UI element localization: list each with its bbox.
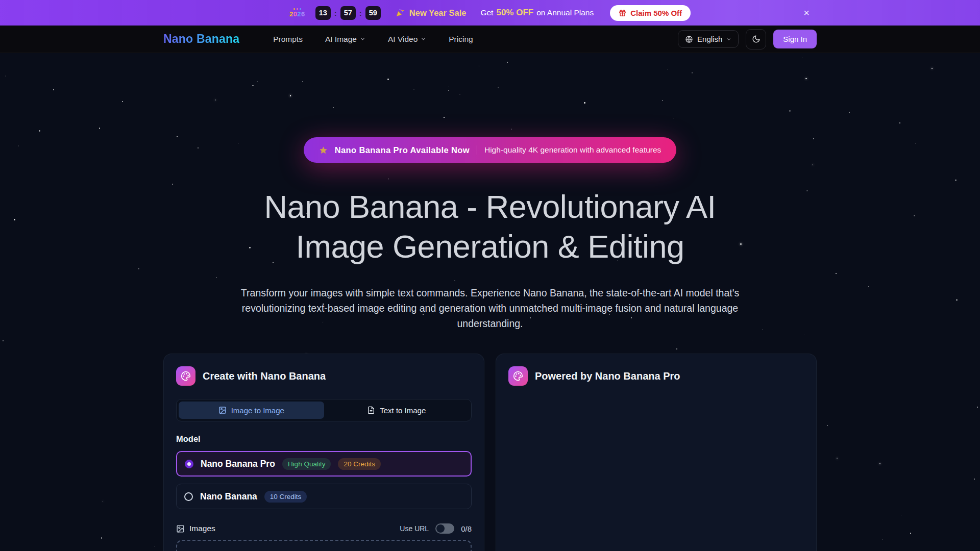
offer-highlight: 50% OFF [496, 8, 533, 18]
offer-suffix: on Annual Plans [536, 8, 594, 17]
credits-badge: 20 Credits [338, 458, 381, 470]
top-navbar: Nano Banana Prompts AI Image AI Video Pr… [0, 26, 980, 53]
claim-offer-button[interactable]: Claim 50% Off [610, 5, 691, 21]
divider [477, 145, 477, 155]
image-icon [218, 406, 227, 414]
preview-panel: Powered by Nano Banana Pro [496, 354, 817, 551]
nav-item-label: AI Image [325, 35, 357, 44]
language-selector[interactable]: English [678, 30, 739, 48]
offer-text: Get 50% OFF on Annual Plans [480, 8, 594, 18]
hero-section: Nano Banana Pro Available Now High-quali… [0, 53, 980, 331]
nav-item-ai-image[interactable]: AI Image [325, 35, 365, 44]
create-panel: Create with Nano Banana Image to Image T… [163, 354, 484, 551]
nav-item-prompts[interactable]: Prompts [273, 35, 303, 44]
tab-text-to-image[interactable]: Text to Image [324, 402, 470, 419]
use-url-toggle[interactable] [435, 523, 454, 534]
tab-label: Image to Image [231, 406, 284, 415]
hero-description: Transform your images with simple text c… [230, 285, 750, 331]
confetti-dots [293, 8, 301, 10]
chevron-down-icon [421, 36, 426, 42]
countdown-separator: : [334, 9, 337, 17]
language-label: English [697, 35, 722, 43]
countdown-timer: 13 : 57 : 59 [315, 6, 381, 20]
radio-unselected-icon [184, 492, 193, 501]
use-url-label: Use URL [400, 524, 429, 533]
sign-in-button[interactable]: Sign In [773, 30, 817, 48]
globe-icon [685, 35, 693, 43]
nav-item-label: Pricing [449, 35, 473, 44]
nav-item-label: AI Video [388, 35, 418, 44]
quality-badge: High Quality [282, 458, 331, 470]
create-panel-title: Create with Nano Banana [203, 370, 326, 382]
theme-toggle-button[interactable] [746, 29, 766, 49]
main-content: Nano Banana Pro Available Now High-quali… [0, 53, 980, 551]
mode-tabs: Image to Image Text to Image [176, 399, 472, 421]
image-upload-dropzone[interactable] [176, 540, 472, 551]
nav-item-ai-video[interactable]: AI Video [388, 35, 426, 44]
tab-label: Text to Image [380, 406, 426, 415]
model-option-nano-banana-pro[interactable]: Nano Banana Pro High Quality 20 Credits [176, 451, 472, 477]
model-option-nano-banana[interactable]: Nano Banana 10 Credits [176, 484, 472, 509]
tab-image-to-image[interactable]: Image to Image [179, 402, 324, 419]
countdown-seconds: 59 [365, 6, 381, 20]
pro-announcement-banner[interactable]: Nano Banana Pro Available Now High-quali… [304, 137, 677, 163]
page-title-line1: Nano Banana - Revolutionary AI [264, 189, 716, 224]
credits-badge: 10 Credits [264, 491, 307, 503]
toggle-knob [436, 524, 445, 533]
page-title: Nano Banana - Revolutionary AI Image Gen… [264, 187, 716, 266]
nav-links: Prompts AI Image AI Video Pricing [273, 35, 473, 44]
year-2026-badge: 2026 [289, 8, 305, 17]
gift-icon [619, 9, 626, 17]
model-section-label: Model [176, 434, 472, 444]
model-name: Nano Banana Pro [201, 459, 275, 469]
image-icon [176, 524, 185, 533]
image-upload-counter: 0/8 [461, 524, 472, 533]
palette-icon [508, 366, 528, 386]
announcement-subtitle: High-quality 4K generation with advanced… [484, 145, 661, 155]
radio-selected-icon [185, 460, 193, 468]
claim-offer-label: Claim 50% Off [630, 9, 682, 17]
document-icon [367, 406, 375, 414]
star-icon [319, 146, 328, 155]
nav-item-label: Prompts [273, 35, 303, 44]
banner-close-button[interactable]: × [803, 8, 810, 18]
preview-panel-title: Powered by Nano Banana Pro [535, 370, 680, 382]
brand-logo[interactable]: Nano Banana [163, 32, 239, 46]
chevron-down-icon [726, 37, 731, 42]
promo-banner: 2026 13 : 57 : 59 New Year Sale Get 50% … [0, 0, 980, 26]
model-name: Nano Banana [200, 491, 257, 502]
nav-item-pricing[interactable]: Pricing [449, 35, 473, 44]
sale-title: New Year Sale [409, 8, 467, 18]
palette-icon [176, 366, 195, 386]
year-2026-text: 2026 [289, 11, 305, 17]
countdown-hours: 13 [315, 6, 331, 20]
announcement-title: Nano Banana Pro Available Now [335, 145, 470, 155]
countdown-minutes: 57 [340, 6, 356, 20]
moon-icon [752, 35, 761, 43]
cards-row: Create with Nano Banana Image to Image T… [163, 354, 817, 551]
page-title-line2: Image Generation & Editing [296, 229, 684, 264]
offer-prefix: Get [480, 8, 493, 17]
party-popper-icon [395, 8, 405, 18]
images-section-label: Images [189, 524, 215, 533]
countdown-separator: : [359, 9, 362, 17]
chevron-down-icon [360, 36, 365, 42]
